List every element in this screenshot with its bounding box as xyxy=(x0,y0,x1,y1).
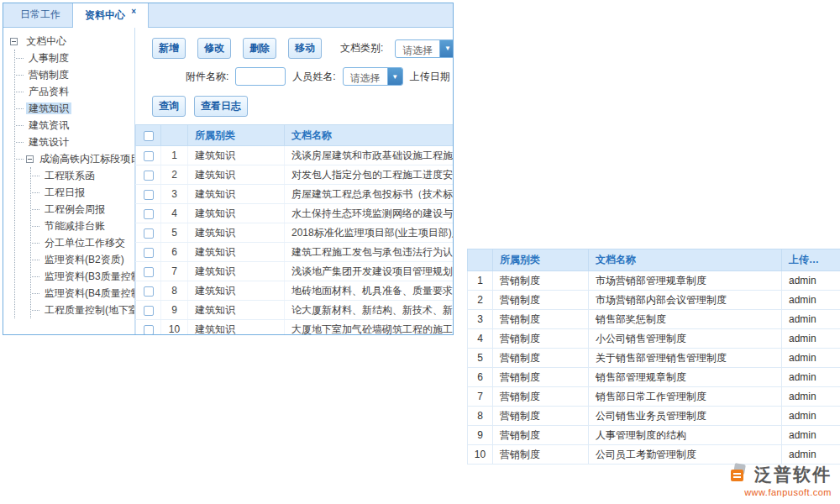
sidebar-item[interactable]: 建筑资讯 xyxy=(15,117,134,134)
person-select[interactable]: 请选择 ▼ xyxy=(343,67,403,86)
row-number: 5 xyxy=(161,223,188,243)
tab-data-center-label: 资料中心 xyxy=(85,9,125,21)
sidebar-item[interactable]: 人事制度 xyxy=(15,50,134,66)
upload-date-label: 上传日期 xyxy=(410,70,450,84)
delete-button[interactable]: 删除 xyxy=(243,38,276,59)
sidebar-item[interactable]: 建筑知识 xyxy=(15,100,134,117)
row-checkbox[interactable] xyxy=(144,306,154,316)
sidebar-item[interactable]: 建筑设计 xyxy=(15,134,134,150)
row-docname: 小公司销售管理制度 xyxy=(589,329,782,349)
doc-table-row[interactable]: 7建筑知识浅谈地产集团开发建设项目管理规划编... xyxy=(136,262,454,281)
row-category: 营销制度 xyxy=(493,426,589,445)
sidebar-item-label: 建筑资讯 xyxy=(26,119,71,131)
marketing-doc-panel: 所属别类 文档名称 上传… 1营销制度市场营销部管理规章制度admin2营销制度… xyxy=(467,249,840,467)
sidebar-item-label: 人事制度 xyxy=(26,52,71,64)
doc-table-row[interactable]: 5建筑知识2018标准化监理项目部(业主项目部)人员... xyxy=(136,223,454,243)
tab-daily-work[interactable]: 日常工作 xyxy=(8,3,72,27)
row-checkbox[interactable] xyxy=(144,325,154,335)
row-number: 9 xyxy=(161,301,188,320)
row-checkbox[interactable] xyxy=(144,248,154,258)
marketing-table-row[interactable]: 10营销制度公司员工考勤管理制度admin xyxy=(468,445,840,465)
doc-table-row[interactable]: 3建筑知识房屋建筑工程总承包投标书（技术标）... xyxy=(136,185,454,204)
fanpu-logo: 泛普软件 www.fanpusoft.com xyxy=(728,463,832,497)
row-docname: 论大厦新材料、新结构、新技术、新工... xyxy=(285,301,454,320)
doc-table-row[interactable]: 10建筑知识大厦地下室加气砼墙砌筑工程的施工方... xyxy=(136,320,454,336)
document-table-header: 所属别类 文档名称 xyxy=(136,125,454,146)
sidebar-item[interactable]: 产品资料 xyxy=(15,83,134,100)
sidebar-item[interactable]: 工程日报 xyxy=(31,184,134,201)
sidebar-item-label: 营销制度 xyxy=(26,69,71,81)
edit-button[interactable]: 修改 xyxy=(197,38,231,59)
docname-header[interactable]: 文档名称 xyxy=(285,125,454,146)
doc-type-select[interactable]: 请选择 ▼ xyxy=(395,39,453,58)
view-log-button[interactable]: 查看日志 xyxy=(194,96,248,117)
document-table: 所属别类 文档名称 1建筑知识浅谈房屋建筑和市政基础设施工程施工...2建筑知识… xyxy=(135,124,453,335)
row-checkbox[interactable] xyxy=(144,151,154,161)
row-category: 营销制度 xyxy=(493,387,589,407)
row-number: 7 xyxy=(161,262,188,281)
row-docname: 大厦地下室加气砼墙砌筑工程的施工方... xyxy=(285,320,454,336)
category-header[interactable]: 所属别类 xyxy=(493,249,589,271)
sidebar-project-branch[interactable]: 成渝高铁内江标段项目 xyxy=(15,150,134,167)
row-uploader: admin xyxy=(782,387,840,407)
data-center-window: 日常工作 资料中心 × 文档中心 人事制度营销制度产品资料建筑知识建筑资讯建筑设… xyxy=(3,3,454,335)
marketing-table-row[interactable]: 2营销制度市场营销部内部会议管理制度admin xyxy=(468,291,840,310)
sidebar-item[interactable]: 节能减排台账 xyxy=(31,218,134,234)
row-checkbox[interactable] xyxy=(144,209,154,219)
attachment-input[interactable] xyxy=(235,67,286,86)
row-category: 建筑知识 xyxy=(188,243,285,262)
collapse-icon[interactable] xyxy=(26,155,34,163)
marketing-table-row[interactable]: 4营销制度小公司销售管理制度admin xyxy=(468,329,840,349)
doc-table-row[interactable]: 9建筑知识论大厦新材料、新结构、新技术、新工... xyxy=(136,301,454,320)
person-label: 人员姓名: xyxy=(292,70,335,84)
sidebar-item[interactable]: 工程例会周报 xyxy=(31,201,134,218)
add-button[interactable]: 新增 xyxy=(152,38,186,59)
row-checkbox[interactable] xyxy=(144,171,154,181)
sidebar-item[interactable]: 营销制度 xyxy=(15,66,134,83)
row-docname: 销售部管理规章制度 xyxy=(589,368,782,387)
sidebar-item[interactable]: 分工单位工作移交 xyxy=(31,234,134,251)
row-docname: 销售部奖惩制度 xyxy=(589,310,782,329)
query-button[interactable]: 查询 xyxy=(152,96,186,117)
row-docname: 建筑工程施工发包与承包违法行为认定... xyxy=(285,243,454,262)
sidebar-item[interactable]: 监理资料(B2资质) xyxy=(31,251,134,268)
sidebar-item[interactable]: 工程联系函 xyxy=(31,167,134,184)
sidebar-item[interactable]: 监理资料(B3质量控制) xyxy=(31,268,134,285)
row-checkbox[interactable] xyxy=(144,267,154,277)
marketing-table-row[interactable]: 3营销制度销售部奖惩制度admin xyxy=(468,310,840,329)
marketing-table-row[interactable]: 7营销制度销售部日常工作管理制度admin xyxy=(468,387,840,407)
marketing-table-row[interactable]: 6营销制度销售部管理规章制度admin xyxy=(468,368,840,387)
marketing-table-row[interactable]: 1营销制度市场营销部管理规章制度admin xyxy=(468,271,840,291)
select-all-checkbox[interactable] xyxy=(144,131,154,141)
doc-table-row[interactable]: 2建筑知识对发包人指定分包的工程施工进度安排... xyxy=(136,165,454,185)
sidebar-item[interactable]: 监理资料(B4质量控制) xyxy=(31,285,134,302)
doc-table-row[interactable]: 6建筑知识建筑工程施工发包与承包违法行为认定... xyxy=(136,243,454,262)
tab-close-icon[interactable]: × xyxy=(131,7,136,16)
dropdown-arrow-icon[interactable]: ▼ xyxy=(439,40,453,57)
row-number: 8 xyxy=(161,281,188,301)
collapse-icon[interactable] xyxy=(10,38,18,45)
marketing-doc-table: 所属别类 文档名称 上传… 1营销制度市场营销部管理规章制度admin2营销制度… xyxy=(467,249,840,465)
sidebar-item-label: 监理资料(B4质量控制) xyxy=(42,287,135,299)
marketing-table-row[interactable]: 5营销制度关于销售部管理销售管理制度admin xyxy=(468,349,840,368)
dropdown-arrow-icon[interactable]: ▼ xyxy=(387,68,402,85)
row-checkbox[interactable] xyxy=(144,286,154,297)
doc-table-row[interactable]: 1建筑知识浅谈房屋建筑和市政基础设施工程施工... xyxy=(136,146,454,165)
doc-table-row[interactable]: 4建筑知识水土保持生态环境监测网络的建设与资... xyxy=(136,204,454,223)
tree-root-document-center[interactable]: 文档中心 xyxy=(10,33,134,50)
category-header[interactable]: 所属别类 xyxy=(188,125,285,146)
row-number: 5 xyxy=(468,349,493,368)
row-category: 建筑知识 xyxy=(188,146,285,165)
row-checkbox[interactable] xyxy=(144,228,154,239)
docname-header[interactable]: 文档名称 xyxy=(589,249,782,271)
marketing-table-row[interactable]: 8营销制度公司销售业务员管理制度admin xyxy=(468,407,840,426)
sidebar-item[interactable]: 工程质量控制(地下室) xyxy=(31,302,134,318)
row-category: 营销制度 xyxy=(493,329,589,349)
uploader-header[interactable]: 上传… xyxy=(782,249,840,271)
doc-table-row[interactable]: 8建筑知识地砖地面材料、机具准备、质量要求及... xyxy=(136,281,454,301)
row-checkbox[interactable] xyxy=(144,190,154,200)
row-docname: 水土保持生态环境监测网络的建设与资... xyxy=(285,204,454,223)
marketing-table-row[interactable]: 9营销制度人事管理制度的结构admin xyxy=(468,426,840,445)
tab-data-center[interactable]: 资料中心 × xyxy=(72,3,149,28)
move-button[interactable]: 移动 xyxy=(288,38,322,59)
